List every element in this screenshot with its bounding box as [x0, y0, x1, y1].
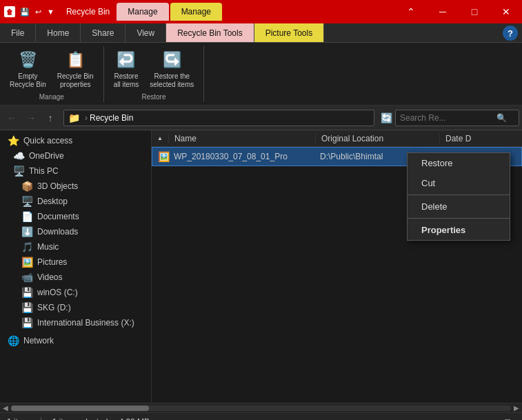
ctx-sep-1 [408, 194, 510, 195]
restore-group-label: Restore [141, 92, 165, 102]
quick-save-buttons: 💾 ↩ ▼ [18, 6, 57, 18]
nav-bar: ← → ↑ 📁 › Recycle Bin 🔄 🔍 [0, 106, 522, 130]
network-icon: 🌐 [7, 335, 19, 346]
ribbon-group-manage-items: 🗑️ Empty Recycle Bin 📋 Recycle Bin prope… [6, 46, 98, 92]
qs-save[interactable]: 💾 [18, 6, 32, 18]
minimize-button[interactable]: ─ [427, 0, 459, 23]
chevron-up-icon[interactable]: ⌃ [395, 0, 427, 23]
item-count: 1 item [7, 417, 30, 421]
sidebar-item-3d-objects[interactable]: 📦 3D Objects [1, 179, 150, 194]
refresh-button[interactable]: 🔄 [379, 110, 394, 126]
search-input[interactable] [400, 113, 496, 123]
sidebar-item-onedrive[interactable]: ☁️ OneDrive [1, 148, 150, 163]
sidebar-item-downloads[interactable]: ⬇️ Downloads [1, 224, 150, 239]
ctx-cut[interactable]: Cut [408, 173, 510, 193]
back-button[interactable]: ← [3, 109, 21, 127]
search-bar[interactable]: 🔍 [395, 110, 519, 126]
qs-undo[interactable]: ↩ [33, 6, 43, 18]
file-type-icon: 🖼️ [158, 151, 170, 162]
videos-icon: 📹 [21, 272, 33, 283]
ribbon-tab-row: File Home Share View Recycle Bin Tools P… [0, 23, 522, 43]
tab-file[interactable]: File [0, 23, 36, 42]
col-name-header[interactable]: Name [168, 134, 315, 143]
scrollbar-area: ◀ ▶ [0, 403, 522, 412]
tab-picture-tools[interactable]: Picture Tools [254, 23, 324, 42]
star-icon: ⭐ [7, 135, 19, 146]
sidebar-item-documents[interactable]: 📄 Documents [1, 209, 150, 224]
context-menu: Restore Cut Delete Properties [407, 152, 510, 241]
scroll-right-btn[interactable]: ▶ [514, 404, 519, 412]
3d-icon: 📦 [21, 181, 33, 192]
close-button[interactable]: ✕ [490, 0, 522, 23]
ribbon-group-restore-items: ↩️ Restore all items ↪️ Restore the sele… [110, 46, 199, 92]
ctx-delete[interactable]: Delete [408, 197, 510, 217]
address-text: Recycle Bin [90, 113, 133, 123]
col-location-header[interactable]: Original Location [315, 134, 439, 143]
sidebar-item-desktop[interactable]: 🖥️ Desktop [1, 194, 150, 209]
forward-button[interactable]: → [22, 109, 40, 127]
content-area: ▲ Name Original Location Date D 🖼️ WP_20… [152, 130, 522, 403]
search-icon: 🔍 [496, 113, 507, 123]
sidebar-item-this-pc[interactable]: 🖥️ This PC [1, 163, 150, 179]
sidebar-item-music[interactable]: 🎵 Music [1, 239, 150, 254]
sidebar-item-x-drive[interactable]: 💾 International Business (X:) [1, 315, 150, 330]
main-area: ⭐ Quick access ☁️ OneDrive 🖥️ This PC 📦 … [0, 130, 522, 403]
drive-c-icon: 💾 [21, 287, 33, 298]
scrollbar-track[interactable] [11, 406, 511, 411]
manage-group-label: Manage [39, 92, 64, 102]
maximize-button[interactable]: □ [459, 0, 490, 23]
restore-all-button[interactable]: ↩️ Restore all items [110, 46, 143, 92]
ctx-properties[interactable]: Properties [408, 220, 510, 240]
grid-view-button[interactable]: ⊞ [500, 414, 515, 421]
title-bar: 🗑 💾 ↩ ▼ Recycle Bin Manage Manage ⌃ ─ □ … [0, 0, 522, 23]
title-bar-left: 🗑 💾 ↩ ▼ [0, 6, 61, 18]
tab-share[interactable]: Share [81, 23, 126, 42]
ctx-sep-2 [408, 218, 510, 219]
manage-tab-1[interactable]: Manage [117, 3, 168, 21]
empty-recycle-bin-button[interactable]: 🗑️ Empty Recycle Bin [6, 46, 50, 92]
ribbon-body: 🗑️ Empty Recycle Bin 📋 Recycle Bin prope… [0, 43, 522, 105]
tab-home[interactable]: Home [36, 23, 81, 42]
tab-view[interactable]: View [126, 23, 166, 42]
pc-icon: 🖥️ [12, 166, 25, 177]
sidebar-item-c-drive[interactable]: 💾 winOS (C:) [1, 285, 150, 300]
sidebar-item-d-drive[interactable]: 💾 SKG (D:) [1, 300, 150, 315]
ribbon-group-manage: 🗑️ Empty Recycle Bin 📋 Recycle Bin prope… [0, 46, 104, 102]
drive-d-icon: 💾 [21, 302, 33, 313]
title-tabs: Recycle Bin Manage Manage [61, 3, 223, 21]
qs-dropdown[interactable]: ▼ [45, 6, 57, 17]
address-bar[interactable]: 📁 › Recycle Bin [63, 110, 374, 126]
tab-recycle-bin-tools[interactable]: Recycle Bin Tools [166, 23, 254, 42]
view-toggle-buttons: ≡ ⊞ [482, 414, 515, 421]
scrollbar-thumb[interactable] [11, 406, 149, 411]
sidebar: ⭐ Quick access ☁️ OneDrive 🖥️ This PC 📦 … [0, 130, 152, 403]
music-icon: 🎵 [21, 241, 33, 252]
help-button[interactable]: ? [503, 26, 518, 41]
downloads-icon: ⬇️ [21, 226, 33, 237]
file-name-cell: 🖼️ WP_20180330_07_08_01_Pro [152, 151, 314, 162]
window-controls: ⌃ ─ □ ✕ [395, 0, 522, 23]
properties-icon: 📋 [64, 49, 86, 71]
empty-recycle-icon: 🗑️ [17, 49, 39, 71]
sidebar-item-pictures[interactable]: 🖼️ Pictures [1, 254, 150, 270]
restore-selected-button[interactable]: ↪️ Restore the selected items [145, 46, 198, 92]
recycle-bin-properties-button[interactable]: 📋 Recycle Bin properties [53, 46, 98, 92]
ctx-restore[interactable]: Restore [408, 153, 510, 173]
column-headers: ▲ Name Original Location Date D [152, 130, 522, 147]
scroll-left-btn[interactable]: ◀ [3, 404, 8, 412]
pictures-icon: 🖼️ [21, 257, 33, 268]
up-button[interactable]: ↑ [41, 109, 59, 127]
list-view-button[interactable]: ≡ [482, 414, 497, 421]
status-bar: 1 item 1 item selected 4.20 MB ≡ ⊞ [0, 412, 522, 420]
col-date-header[interactable]: Date D [439, 134, 522, 143]
sidebar-item-network[interactable]: 🌐 Network [1, 333, 150, 348]
ribbon-group-restore: ↩️ Restore all items ↪️ Restore the sele… [104, 46, 205, 102]
window-title: Recycle Bin [61, 3, 115, 21]
sidebar-item-quick-access[interactable]: ⭐ Quick access [1, 133, 150, 148]
cloud-icon: ☁️ [12, 150, 25, 161]
selected-size: 4.20 MB [119, 417, 150, 421]
selected-count: 1 item selected [52, 417, 108, 421]
manage-tab-2[interactable]: Manage [170, 3, 222, 21]
name-sort-indicator[interactable]: ▲ [152, 135, 168, 141]
sidebar-item-videos[interactable]: 📹 Videos [1, 270, 150, 285]
